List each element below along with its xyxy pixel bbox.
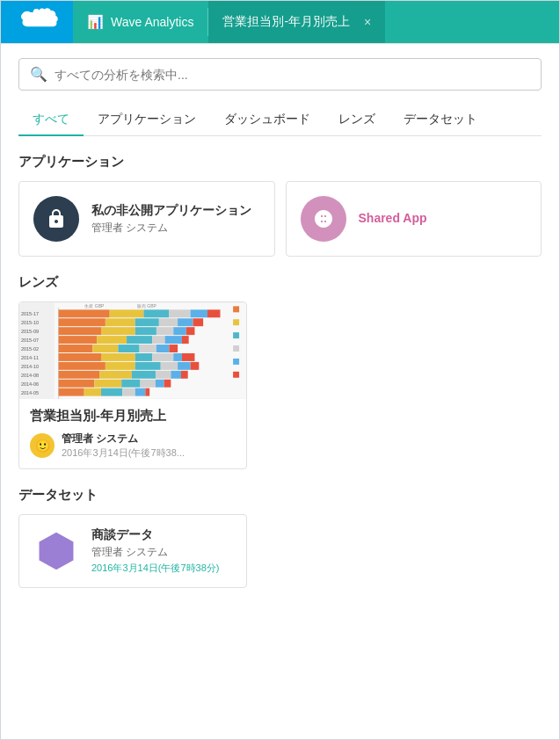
svg-rect-4 (233, 332, 239, 338)
tab-sales-report[interactable]: 営業担当別-年月別売上 × (208, 1, 385, 43)
svg-rect-72 (59, 388, 84, 396)
svg-rect-45 (101, 353, 135, 361)
svg-rect-40 (140, 345, 156, 352)
lens-meta-text: 管理者 システム 2016年3月14日(午後7時38... (62, 432, 185, 460)
avatar-emoji: 🙂 (35, 439, 50, 453)
filter-tab-datasets[interactable]: データセット (389, 105, 491, 136)
svg-rect-52 (105, 362, 135, 370)
svg-rect-56 (191, 362, 200, 370)
filter-tab-all[interactable]: すべて (18, 105, 84, 136)
svg-rect-54 (161, 362, 178, 370)
tab-sales-label: 営業担当別-年月別売上 (222, 14, 350, 30)
svg-rect-18 (135, 318, 159, 326)
filter-tab-dashboards[interactable]: ダッシュボード (210, 105, 324, 136)
svg-rect-62 (171, 371, 181, 379)
svg-rect-42 (169, 345, 178, 352)
svg-text:販売 GBP: 販売 GBP (137, 303, 157, 308)
svg-text:2015-07: 2015-07 (21, 337, 39, 343)
lens-avatar: 🙂 (30, 433, 55, 458)
filter-tab-lens[interactable]: レンズ (324, 105, 389, 136)
svg-rect-2 (233, 306, 239, 312)
salesforce-logo (1, 1, 73, 43)
search-bar[interactable]: 🔍 (18, 58, 542, 91)
tab-close-icon[interactable]: × (364, 15, 371, 29)
svg-rect-17 (105, 318, 135, 326)
private-app-icon (33, 196, 79, 242)
svg-rect-3 (233, 319, 239, 325)
svg-rect-68 (141, 380, 156, 388)
main-content: 🔍 すべて アプリケーション ダッシュボード レンズ データセット アプリケーシ… (1, 44, 559, 739)
svg-rect-26 (156, 327, 173, 335)
svg-rect-21 (193, 318, 204, 326)
lens-section: レンズ 2015-172015-102015-092015-072015-022… (18, 274, 542, 469)
dataset-sub: 管理者 システム (91, 545, 220, 560)
svg-rect-9 (59, 309, 110, 317)
tab-wave-label: Wave Analytics (111, 15, 193, 29)
svg-rect-49 (182, 353, 195, 361)
svg-rect-5 (233, 345, 239, 352)
dataset-card[interactable]: 商談データ 管理者 システム 2016年3月14日(午後7時38分) (18, 514, 247, 588)
svg-rect-6 (233, 359, 239, 365)
svg-rect-32 (127, 336, 152, 344)
svg-text:2014-06: 2014-06 (21, 381, 39, 387)
tab-wave-analytics[interactable]: 📊 Wave Analytics (73, 1, 207, 43)
svg-rect-7 (233, 372, 239, 378)
svg-rect-13 (191, 309, 207, 317)
svg-rect-23 (59, 327, 101, 335)
app-window: 📊 Wave Analytics 営業担当別-年月別売上 × 🔍 すべて アプリ… (0, 0, 560, 740)
shared-app-icon (301, 196, 346, 242)
svg-text:2015-02: 2015-02 (21, 346, 39, 352)
svg-rect-16 (59, 318, 105, 326)
svg-rect-60 (132, 371, 156, 379)
applications-section-title: アプリケーション (18, 154, 542, 170)
svg-rect-63 (181, 371, 188, 379)
header: 📊 Wave Analytics 営業担当別-年月別売上 × (1, 1, 559, 44)
svg-rect-65 (59, 380, 95, 388)
svg-text:2014-08: 2014-08 (21, 373, 39, 378)
svg-rect-61 (156, 371, 171, 379)
svg-rect-46 (135, 353, 152, 361)
svg-text:2015-09: 2015-09 (21, 329, 39, 334)
shared-app-card[interactable]: Shared App (286, 181, 542, 257)
dataset-info: 商談データ 管理者 システム 2016年3月14日(午後7時38分) (91, 527, 220, 575)
filter-tabs: すべて アプリケーション ダッシュボード レンズ データセット (18, 105, 542, 136)
svg-text:2015-10: 2015-10 (21, 320, 39, 325)
search-icon: 🔍 (30, 66, 47, 83)
lens-chart: 2015-172015-102015-092015-072015-022014-… (19, 302, 246, 399)
svg-rect-11 (143, 309, 169, 317)
svg-text:2014-11: 2014-11 (21, 355, 39, 360)
lens-footer: 営業担当別-年月別売上 🙂 管理者 システム 2016年3月14日(午後7時38… (19, 399, 246, 468)
svg-rect-28 (186, 327, 195, 335)
filter-tab-apps[interactable]: アプリケーション (84, 105, 210, 136)
shared-app-info: Shared App (359, 211, 427, 227)
svg-rect-53 (135, 362, 161, 370)
svg-rect-74 (101, 388, 122, 396)
private-app-sub: 管理者 システム (91, 221, 251, 236)
svg-rect-70 (164, 380, 171, 388)
svg-rect-14 (207, 309, 221, 317)
svg-text:2014-10: 2014-10 (21, 364, 39, 369)
svg-rect-20 (178, 318, 193, 326)
lens-section-title: レンズ (18, 274, 542, 291)
svg-text:2015-17: 2015-17 (21, 311, 39, 316)
svg-rect-12 (169, 309, 190, 317)
svg-text:2014-05: 2014-05 (21, 390, 39, 395)
svg-rect-75 (122, 388, 135, 396)
lens-meta: 🙂 管理者 システム 2016年3月14日(午後7時38... (30, 432, 236, 460)
lens-meta-name: 管理者 システム (62, 432, 185, 446)
search-input[interactable] (55, 68, 530, 82)
applications-cards: 私の非公開アプリケーション 管理者 システム Shared App (18, 181, 542, 257)
lens-card[interactable]: 2015-172015-102015-092015-072015-022014-… (18, 301, 247, 469)
private-app-info: 私の非公開アプリケーション 管理者 システム (91, 203, 251, 236)
tab-bar: 📊 Wave Analytics 営業担当別-年月別売上 × (73, 1, 559, 43)
svg-rect-69 (156, 380, 164, 388)
private-app-card[interactable]: 私の非公開アプリケーション 管理者 システム (18, 181, 275, 257)
dataset-date: 2016年3月14日(午後7時38分) (91, 562, 220, 575)
svg-rect-37 (59, 345, 93, 352)
svg-rect-77 (145, 388, 149, 396)
dataset-name: 商談データ (91, 527, 220, 543)
svg-rect-34 (165, 336, 182, 344)
svg-rect-48 (173, 353, 182, 361)
svg-rect-27 (173, 327, 186, 335)
svg-rect-44 (59, 353, 101, 361)
